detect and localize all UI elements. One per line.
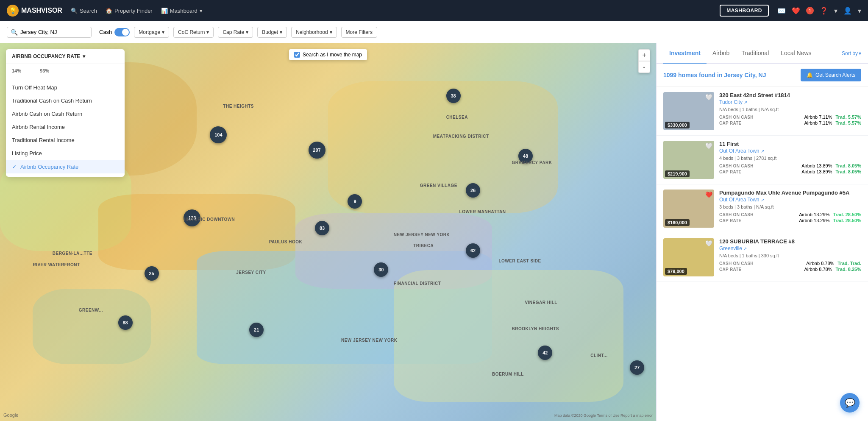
mortgage-filter[interactable]: Mortgage ▾ [134,27,169,38]
tab-local-news[interactable]: Local News [775,43,817,64]
property-info: 11 First Out Of Area Town ↗ 4 beds | 3 b… [719,141,861,179]
property-address: Pumpagundo Max Uhle Avenue Pumpagundo #5… [719,190,861,196]
tab-investment[interactable]: Investment [663,43,707,64]
nav-property-finder[interactable]: 🏠 Property Finder [106,8,153,14]
property-heart-button[interactable]: 🤍 [705,94,712,100]
cluster-pin-c1[interactable]: 38 [446,89,461,103]
neighborhood-text: Out Of Area Town [719,148,760,154]
nav-property-finder-label: Property Finder [114,8,153,14]
location-search-box[interactable]: 🔍 [7,27,92,38]
property-image-wrap: $330,000 🤍 [663,92,714,130]
filter-bar: 🔍 Cash Mortgage ▾ CoC Return ▾ Cap Rate … [0,21,868,43]
logo-icon: 💡 [7,5,19,17]
messages-icon[interactable]: ✉️ [777,7,786,15]
neighborhood-chevron: ▾ [330,29,332,35]
zoom-out-button[interactable]: - [638,61,650,73]
heatmap-chevron: ▾ [83,53,85,59]
cap-rate-label: CAP RATE [719,170,742,174]
nav-search[interactable]: 🔍 Search [71,8,97,14]
logo[interactable]: 💡 MASHVISOR [7,5,62,17]
heatmap-item-trad-coc[interactable]: Traditional Cash on Cash Return [6,94,125,107]
cash-on-cash-row: CASH ON CASH Airbnb 8.78% Trad. Trad. CA… [719,261,861,272]
heart-icon[interactable]: ❤️ [792,7,800,15]
cash-mortgage-toggle[interactable] [114,28,130,36]
heatmap-header[interactable]: AIRBNB OCCUPANCY RATE ▾ [6,49,125,64]
cash-on-cash-row: CASH ON CASH Airbnb 7.11% Trad. 5.57% CA… [719,114,861,125]
cap-rate-label: CAP RATE [719,218,742,223]
heatmap-title: AIRBNB OCCUPANCY RATE [12,53,80,59]
cluster-pin-c14[interactable]: 42 [538,346,552,360]
property-card[interactable]: $330,000 🤍 320 East 42nd Street #1814 Tu… [657,87,868,136]
mortgage-label: Mortgage [139,29,160,35]
property-neighborhood[interactable]: Out Of Area Town ↗ [719,197,861,203]
heatmap-item-listing-price[interactable]: Listing Price [6,147,125,160]
map-data-notice[interactable]: Map data ©2020 Google Terms of Use Repor… [554,413,653,418]
neighborhood-filter[interactable]: Neighborhood ▾ [291,27,337,38]
heatmap-item-turn-off[interactable]: Turn Off Heat Map [6,81,125,94]
heatmap-item-airbnb-rental[interactable]: Airbnb Rental Income [6,120,125,134]
coc-return-label: CoC Return [178,29,205,35]
help-icon[interactable]: ❓ [820,7,828,15]
property-heart-button[interactable]: ❤️ [705,191,712,198]
chat-widget[interactable]: 💬 [840,393,860,413]
cluster-pin-c5[interactable]: 26 [466,183,480,198]
cap-rate-label: Cap Rate [223,29,244,35]
property-neighborhood[interactable]: Tudor City ↗ [719,99,861,105]
search-as-move-box[interactable]: Search as I move the map [289,49,367,60]
airbnb-coc-label: Airbnb Cash on Cash Return [12,111,82,117]
coc-label: CASH ON CASH [719,164,754,168]
zoom-in-button[interactable]: + [638,49,650,61]
get-search-alerts-button[interactable]: 🔔 Get Search Alerts [801,69,861,81]
property-details: 4 beds | 3 baths | 2781 sq.ft [719,156,861,161]
coc-airbnb-value: Airbnb 7.11% [804,114,832,120]
cap-rate-filter[interactable]: Cap Rate ▾ [218,27,253,38]
mashboard-button[interactable]: MASHBOARD [720,5,769,17]
property-address: 320 East 42nd Street #1814 [719,92,861,98]
airbnb-rental-label: Airbnb Rental Income [12,124,65,130]
coc-airbnb-value: Airbnb 13.29% [799,212,829,217]
budget-filter[interactable]: Budget ▾ [257,27,287,38]
property-heart-button[interactable]: 🤍 [705,142,712,149]
coc-chevron: ▾ [206,29,209,35]
coc-trad-value: Trad. 5.57% [835,114,861,120]
sort-by-button[interactable]: Sort by ▾ [842,50,861,56]
location-search-input[interactable] [20,29,80,35]
property-neighborhood[interactable]: Out Of Area Town ↗ [719,148,861,154]
cluster-pin-c3[interactable]: 207 [309,142,326,159]
heatmap-item-trad-rental[interactable]: Traditional Rental Income [6,134,125,147]
results-count: 1099 homes found in Jersey City, NJ [663,72,766,78]
search-as-move-checkbox[interactable] [294,52,300,58]
user-icon[interactable]: 👤 [843,7,852,15]
tab-airbnb[interactable]: Airbnb [707,43,735,64]
cluster-pin-c8[interactable]: 83 [315,221,329,235]
cap-rate-values: Airbnb 7.11% Trad. 5.57% [804,120,861,125]
coc-airbnb-value: Airbnb 8.78% [806,261,834,266]
coc-values: Airbnb 13.29% Trad. 28.50% [799,212,861,217]
property-price-badge: $219,900 [665,170,690,177]
property-card[interactable]: $219,900 🤍 11 First Out Of Area Town ↗ 4… [657,136,868,184]
coc-return-filter[interactable]: CoC Return ▾ [173,27,214,38]
property-card[interactable]: $160,000 ❤️ Pumpagundo Max Uhle Avenue P… [657,184,868,233]
zoom-controls: + - [638,49,650,73]
more-filters[interactable]: More Filters [341,27,377,38]
heat-max: 93% [40,68,49,73]
tab-traditional[interactable]: Traditional [735,43,775,64]
property-neighborhood[interactable]: Greenville ↗ [719,245,861,251]
heatmap-item-airbnb-occ[interactable]: ✓ Airbnb Occupancy Rate [6,160,125,173]
nav-mashboard[interactable]: 📊 Mashboard ▾ [161,8,203,14]
cap-rate-trad-value: Trad. 5.57% [835,120,861,125]
cluster-pin-c12[interactable]: 88 [118,315,133,330]
property-finder-icon: 🏠 [106,8,112,14]
cluster-pin-c11[interactable]: 25 [145,266,159,281]
property-card[interactable]: $79,000 🤍 120 SUBURBIA TERRACE #8 Greenv… [657,233,868,282]
map-area[interactable]: Search as I move the map + - AIRBNB OCCU… [0,43,656,421]
notification-badge[interactable]: 1 [806,7,814,14]
brand-name: MASHVISOR [21,7,62,14]
airbnb-occ-label: Airbnb Occupancy Rate [20,164,78,170]
sort-by-label: Sort by [842,50,858,56]
search-as-move-label: Search as I move the map [303,52,362,58]
property-list: $330,000 🤍 320 East 42nd Street #1814 Tu… [657,87,868,421]
property-heart-button[interactable]: 🤍 [705,240,712,247]
heatmap-item-airbnb-coc[interactable]: Airbnb Cash on Cash Return [6,107,125,120]
cluster-pin-c10[interactable]: 30 [374,262,388,277]
